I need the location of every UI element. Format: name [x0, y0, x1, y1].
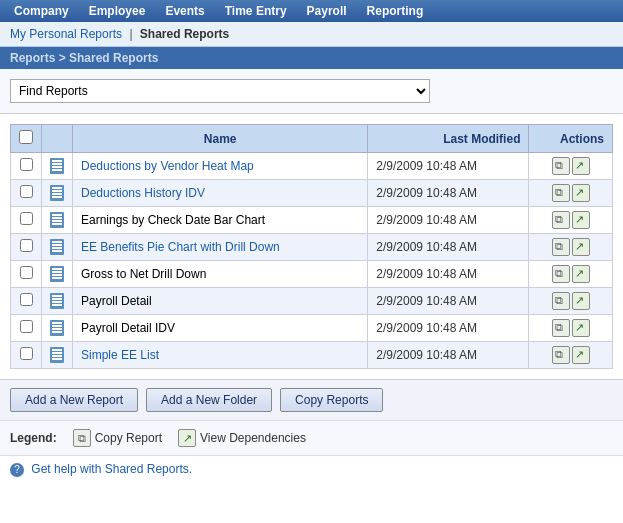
row-checkbox-cell	[11, 315, 42, 342]
report-name-link[interactable]: EE Benefits Pie Chart with Drill Down	[81, 240, 280, 254]
document-icon	[50, 212, 64, 228]
row-doc-icon-cell	[42, 288, 73, 315]
report-name-text: Payroll Detail IDV	[73, 315, 368, 342]
report-name-link[interactable]: Deductions by Vendor Heat Map	[81, 159, 254, 173]
legend-copy-icon: ⧉	[73, 429, 91, 447]
view-dependencies-icon[interactable]	[572, 157, 590, 175]
view-dependencies-icon[interactable]	[572, 265, 590, 283]
row-checkbox-cell	[11, 207, 42, 234]
find-reports-section: Find Reports	[0, 69, 623, 114]
add-new-report-button[interactable]: Add a New Report	[10, 388, 138, 412]
view-dependencies-icon[interactable]	[572, 346, 590, 364]
copy-report-icon[interactable]	[552, 292, 570, 310]
nav-time-entry[interactable]: Time Entry	[215, 0, 297, 22]
breadcrumb-bar: Reports > Shared Reports	[0, 47, 623, 69]
copy-report-icon[interactable]	[552, 265, 570, 283]
table-row: Payroll Detail IDV2/9/2009 10:48 AM	[11, 315, 613, 342]
help-icon: ?	[10, 463, 24, 477]
header-icon-cell	[42, 125, 73, 153]
header-name: Name	[73, 125, 368, 153]
row-checkbox-cell	[11, 180, 42, 207]
breadcrumb-prefix: Reports >	[10, 51, 69, 65]
row-checkbox-cell	[11, 288, 42, 315]
report-name-link[interactable]: Deductions History IDV	[81, 186, 205, 200]
row-date: 2/9/2009 10:48 AM	[368, 207, 529, 234]
header-last-modified: Last Modified	[368, 125, 529, 153]
row-checkbox[interactable]	[20, 185, 33, 198]
row-checkbox[interactable]	[20, 320, 33, 333]
row-checkbox[interactable]	[20, 347, 33, 360]
nav-company[interactable]: Company	[4, 0, 79, 22]
add-new-folder-button[interactable]: Add a New Folder	[146, 388, 272, 412]
nav-employee[interactable]: Employee	[79, 0, 156, 22]
row-actions-cell	[529, 315, 613, 342]
personal-reports-link[interactable]: My Personal Reports	[10, 27, 122, 41]
row-doc-icon-cell	[42, 207, 73, 234]
row-doc-icon-cell	[42, 180, 73, 207]
row-name-cell: Simple EE List	[73, 342, 368, 369]
find-reports-select[interactable]: Find Reports	[10, 79, 430, 103]
help-section: ? Get help with Shared Reports.	[0, 455, 623, 483]
copy-report-icon[interactable]	[552, 346, 570, 364]
select-all-checkbox[interactable]	[19, 130, 33, 144]
row-checkbox[interactable]	[20, 293, 33, 306]
view-dependencies-icon[interactable]	[572, 238, 590, 256]
document-icon	[50, 185, 64, 201]
row-doc-icon-cell	[42, 342, 73, 369]
breadcrumb-current: Shared Reports	[69, 51, 158, 65]
row-checkbox[interactable]	[20, 266, 33, 279]
help-link[interactable]: Get help with Shared Reports.	[31, 462, 192, 476]
row-actions-cell	[529, 153, 613, 180]
view-dependencies-icon[interactable]	[572, 211, 590, 229]
row-checkbox-cell	[11, 234, 42, 261]
table-row: Deductions by Vendor Heat Map2/9/2009 10…	[11, 153, 613, 180]
copy-report-icon[interactable]	[552, 211, 570, 229]
copy-report-icon[interactable]	[552, 184, 570, 202]
document-icon	[50, 158, 64, 174]
copy-report-icon[interactable]	[552, 157, 570, 175]
legend-view-label: View Dependencies	[200, 431, 306, 445]
copy-reports-button[interactable]: Copy Reports	[280, 388, 383, 412]
report-name-text: Gross to Net Drill Down	[73, 261, 368, 288]
row-date: 2/9/2009 10:48 AM	[368, 153, 529, 180]
report-name-text: Earnings by Check Date Bar Chart	[73, 207, 368, 234]
row-date: 2/9/2009 10:48 AM	[368, 261, 529, 288]
table-row: Earnings by Check Date Bar Chart2/9/2009…	[11, 207, 613, 234]
legend-section: Legend: ⧉ Copy Report ↗ View Dependencie…	[0, 420, 623, 455]
document-icon	[50, 320, 64, 336]
row-actions-cell	[529, 207, 613, 234]
document-icon	[50, 266, 64, 282]
header-checkbox-cell	[11, 125, 42, 153]
view-dependencies-icon[interactable]	[572, 292, 590, 310]
row-date: 2/9/2009 10:48 AM	[368, 315, 529, 342]
row-doc-icon-cell	[42, 315, 73, 342]
view-dependencies-icon[interactable]	[572, 184, 590, 202]
document-icon	[50, 347, 64, 363]
row-checkbox[interactable]	[20, 158, 33, 171]
reports-table: Name Last Modified Actions Deductions by…	[10, 124, 613, 369]
row-actions-cell	[529, 180, 613, 207]
row-checkbox-cell	[11, 153, 42, 180]
row-checkbox[interactable]	[20, 239, 33, 252]
row-actions-cell	[529, 234, 613, 261]
row-checkbox-cell	[11, 261, 42, 288]
legend-view-item: ↗ View Dependencies	[178, 429, 306, 447]
view-dependencies-icon[interactable]	[572, 319, 590, 337]
copy-report-icon[interactable]	[552, 319, 570, 337]
row-checkbox[interactable]	[20, 212, 33, 225]
legend-label: Legend:	[10, 431, 57, 445]
nav-events[interactable]: Events	[155, 0, 214, 22]
legend-view-icon: ↗	[178, 429, 196, 447]
header-actions: Actions	[529, 125, 613, 153]
header-separator: |	[129, 27, 132, 41]
reports-table-container: Name Last Modified Actions Deductions by…	[0, 114, 623, 379]
nav-reporting[interactable]: Reporting	[357, 0, 434, 22]
row-date: 2/9/2009 10:48 AM	[368, 342, 529, 369]
table-row: Simple EE List2/9/2009 10:48 AM	[11, 342, 613, 369]
table-row: EE Benefits Pie Chart with Drill Down2/9…	[11, 234, 613, 261]
legend-copy-item: ⧉ Copy Report	[73, 429, 162, 447]
report-name-link[interactable]: Simple EE List	[81, 348, 159, 362]
copy-report-icon[interactable]	[552, 238, 570, 256]
top-navigation: Company Employee Events Time Entry Payro…	[0, 0, 623, 22]
nav-payroll[interactable]: Payroll	[297, 0, 357, 22]
